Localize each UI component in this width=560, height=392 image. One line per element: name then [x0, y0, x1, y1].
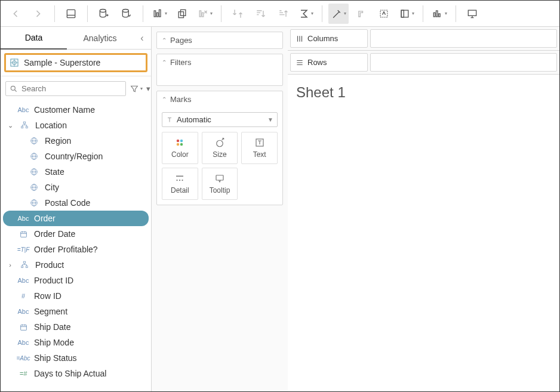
columns-drop-area[interactable] [370, 29, 557, 48]
mark-type-dropdown[interactable]: Automatic ▼ [162, 112, 278, 127]
boolean-calc-icon: =T|F [16, 246, 30, 253]
forward-button[interactable] [28, 4, 48, 24]
date-icon [16, 230, 30, 238]
refresh-data-button[interactable] [116, 4, 137, 24]
field-product[interactable]: ›Product [3, 257, 149, 273]
chevron-down-icon: ⌄ [7, 122, 14, 129]
show-labels-button[interactable] [351, 4, 371, 24]
totals-button[interactable]: ▾ [296, 4, 316, 24]
field-order-profitable[interactable]: =T|FOrder Profitable? [3, 242, 149, 257]
data-source-item[interactable]: Sample - Superstore [4, 53, 147, 72]
field-customer-name[interactable]: AbcCustomer Name [3, 102, 149, 118]
search-icon [10, 85, 18, 93]
svg-rect-9 [202, 13, 204, 17]
string-icon: Abc [16, 215, 30, 222]
field-segment[interactable]: AbcSegment [3, 304, 149, 319]
field-row-id[interactable]: #Row ID [3, 288, 149, 304]
chevron-down-icon: ▼ [267, 116, 273, 123]
sort-asc-button[interactable] [250, 4, 270, 24]
field-postal-code[interactable]: Postal Code [3, 195, 149, 211]
toolbar: ▾ ▾ ▾ ▾ ▾ ▾ [1, 1, 559, 27]
number-calc-icon: =# [16, 370, 30, 377]
search-input[interactable] [21, 84, 122, 93]
field-product-id[interactable]: AbcProduct ID [3, 273, 149, 288]
tooltip-mark-button[interactable]: Tooltip [202, 168, 238, 200]
tab-data[interactable]: Data [1, 27, 67, 50]
data-source-icon [10, 58, 19, 67]
save-button[interactable] [61, 4, 81, 24]
data-pane: Data Analytics ‹ Sample - Superstore ▾ ▾… [1, 27, 152, 391]
date-icon [16, 323, 30, 331]
format-workbook-button[interactable] [374, 4, 394, 24]
color-mark-button[interactable]: Color [162, 132, 198, 164]
field-state[interactable]: State [3, 164, 149, 180]
svg-point-39 [180, 140, 183, 143]
svg-rect-11 [401, 10, 408, 17]
field-country-region[interactable]: Country/Region [3, 149, 149, 164]
field-region[interactable]: Region [3, 133, 149, 149]
number-icon: # [16, 292, 30, 300]
new-worksheet-button[interactable]: ▾ [149, 4, 170, 24]
field-days-to-ship-actual[interactable]: =#Days to Ship Actual [3, 366, 149, 381]
columns-shelf[interactable]: Columns [290, 29, 368, 48]
new-data-source-button[interactable] [94, 4, 114, 24]
detail-mark-button[interactable]: Detail [162, 168, 198, 200]
svg-rect-4 [156, 13, 158, 17]
rows-shelf-row: Rows [288, 51, 559, 75]
rows-drop-area[interactable] [370, 53, 557, 72]
show-me-button[interactable]: ▾ [429, 4, 450, 24]
svg-rect-6 [179, 11, 183, 17]
field-list: AbcCustomer Name ⌄Location Region Countr… [1, 101, 151, 391]
svg-point-45 [179, 180, 180, 181]
clear-sheet-button[interactable]: ▾ [195, 4, 215, 24]
tab-analytics[interactable]: Analytics [67, 27, 133, 49]
string-icon: Abc [16, 277, 30, 284]
svg-rect-8 [199, 11, 201, 17]
field-location[interactable]: ⌄Location [3, 118, 149, 133]
view-pane: Columns Rows Sheet 1 [288, 27, 559, 391]
svg-point-1 [100, 9, 106, 12]
sort-desc-button[interactable] [273, 4, 293, 24]
text-mark-button[interactable]: Text [241, 132, 278, 164]
collapse-pane-button[interactable]: ‹ [133, 33, 151, 44]
size-mark-button[interactable]: Size [202, 132, 238, 164]
string-icon: Abc [16, 339, 30, 346]
svg-rect-14 [436, 11, 438, 17]
field-ship-date[interactable]: Ship Date [3, 319, 149, 335]
highlight-button[interactable]: ▾ [328, 4, 349, 24]
swap-button[interactable] [227, 4, 248, 24]
rows-shelf[interactable]: Rows [290, 53, 368, 72]
svg-rect-7 [181, 10, 186, 16]
pages-shelf[interactable]: ⌃Pages [156, 32, 283, 49]
svg-rect-34 [23, 261, 26, 263]
svg-point-19 [11, 86, 15, 90]
globe-icon [27, 199, 41, 207]
filter-fields-button[interactable]: ▾ [130, 82, 143, 95]
data-pane-menu-button[interactable]: ▾ [146, 82, 150, 95]
filters-shelf[interactable]: ⌃Filters [156, 54, 283, 86]
field-ship-status[interactable]: =AbcShip Status [3, 350, 149, 366]
svg-point-46 [182, 180, 183, 181]
svg-rect-22 [26, 126, 27, 128]
sheet-title[interactable]: Sheet 1 [288, 75, 559, 110]
globe-icon [27, 152, 41, 160]
data-source-label: Sample - Superstore [24, 58, 100, 67]
hierarchy-icon [17, 261, 32, 269]
field-city[interactable]: City [3, 180, 149, 195]
field-order-date[interactable]: Order Date [3, 226, 149, 242]
svg-rect-21 [21, 126, 23, 128]
tooltip-icon [214, 173, 225, 184]
svg-rect-0 [67, 10, 75, 17]
chevron-up-icon: ⌃ [162, 37, 167, 44]
svg-point-38 [177, 140, 180, 143]
fit-button[interactable]: ▾ [396, 4, 417, 24]
presentation-mode-button[interactable] [462, 4, 482, 24]
svg-rect-37 [20, 325, 26, 330]
svg-rect-36 [26, 266, 27, 268]
search-input-box[interactable] [5, 81, 126, 96]
field-order[interactable]: AbcOrder [3, 211, 149, 226]
back-button[interactable] [5, 4, 26, 24]
marks-card: ⌃Marks Automatic ▼ Color Size Text Detai… [156, 91, 283, 205]
field-ship-mode[interactable]: AbcShip Mode [3, 335, 149, 350]
duplicate-sheet-button[interactable] [172, 4, 192, 24]
